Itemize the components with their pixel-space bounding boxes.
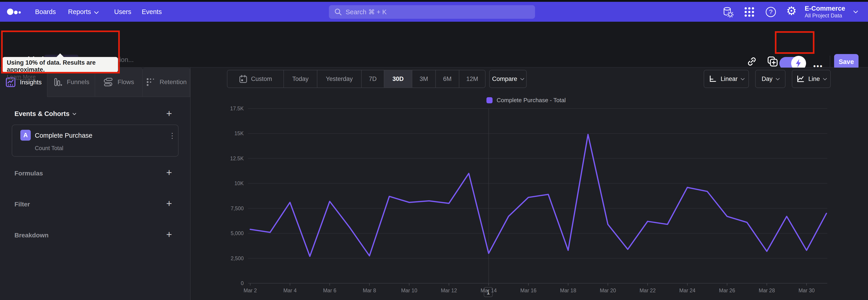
svg-text:5,000: 5,000 xyxy=(230,230,244,236)
svg-text:2,500: 2,500 xyxy=(230,256,244,261)
svg-text:Mar 10: Mar 10 xyxy=(401,288,417,294)
tooltip-text: Using 10% of data. Results are approxima… xyxy=(7,59,114,73)
svg-text:Mar 24: Mar 24 xyxy=(679,288,695,294)
learn-more-link[interactable]: Learn More xyxy=(7,74,36,80)
svg-text:Mar 22: Mar 22 xyxy=(640,288,656,294)
svg-text:Mar 12: Mar 12 xyxy=(441,288,457,294)
tooltip-arrow xyxy=(56,53,64,57)
svg-text:17.5K: 17.5K xyxy=(230,106,244,112)
svg-text:0: 0 xyxy=(241,280,244,286)
sampling-tooltip: Using 10% of data. Results are approxima… xyxy=(2,57,118,72)
svg-text:Mar 6: Mar 6 xyxy=(323,288,336,294)
svg-text:Mar 8: Mar 8 xyxy=(363,288,376,294)
svg-text:Mar 4: Mar 4 xyxy=(283,288,297,294)
svg-text:Mar 14: Mar 14 xyxy=(480,288,497,294)
svg-text:7,500: 7,500 xyxy=(230,206,244,211)
svg-text:15K: 15K xyxy=(235,130,244,136)
svg-text:Mar 20: Mar 20 xyxy=(600,288,616,294)
svg-text:Mar 26: Mar 26 xyxy=(719,288,735,294)
svg-text:Mar 18: Mar 18 xyxy=(560,288,577,294)
svg-text:12.5K: 12.5K xyxy=(230,155,244,161)
svg-text:Mar 2: Mar 2 xyxy=(244,288,257,294)
svg-text:Mar 16: Mar 16 xyxy=(520,288,537,294)
svg-text:Mar 28: Mar 28 xyxy=(759,288,775,294)
svg-text:10K: 10K xyxy=(235,180,244,186)
line-chart: 02,5005,0007,50010K12.5K15K17.5KMar 2Mar… xyxy=(0,0,868,300)
svg-text:Mar 30: Mar 30 xyxy=(798,288,815,294)
